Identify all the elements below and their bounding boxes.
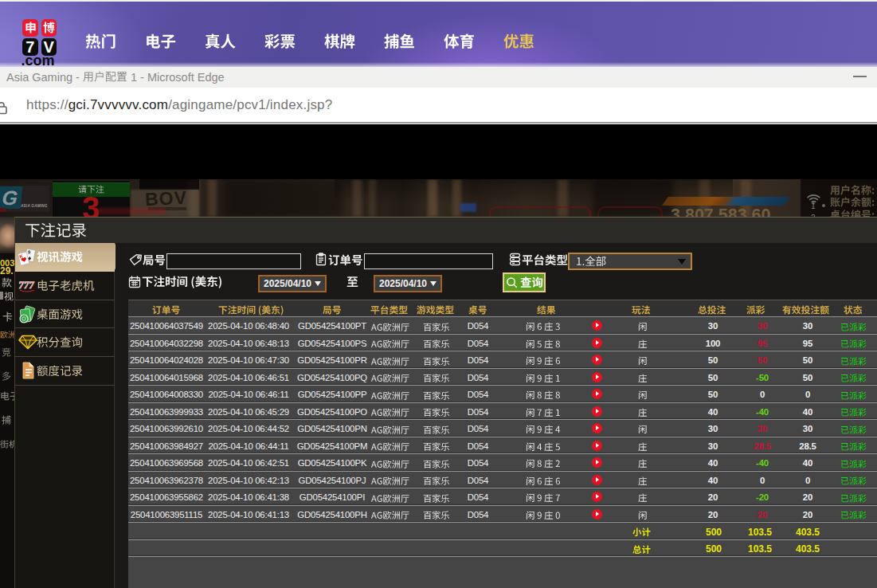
svg-text:777: 777 — [18, 279, 35, 291]
